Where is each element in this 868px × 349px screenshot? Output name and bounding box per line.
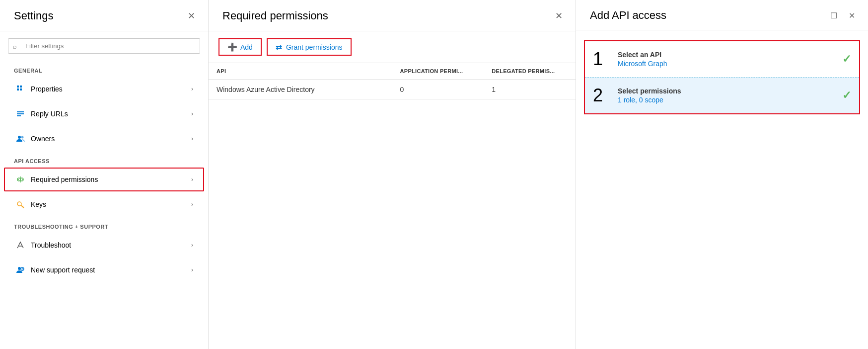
steps-container: 1 Select an API Microsoft Graph ✓ 2 Sele… (584, 40, 860, 114)
col-header-delegated: DELEGATED PERMIS... (484, 63, 576, 80)
search-icon: ⌕ (13, 42, 17, 50)
add-plus-icon: ➕ (227, 42, 237, 52)
settings-panel: Settings ✕ ⌕ GENERAL Properties › Rep (0, 0, 209, 349)
grant-label: Grant permissions (286, 43, 343, 51)
owners-label: Owners (31, 135, 191, 143)
step-1-content: Select an API Microsoft Graph (618, 51, 838, 68)
support-request-chevron: › (191, 266, 193, 273)
troubleshoot-label: Troubleshoot (31, 241, 191, 249)
filter-search-box: ⌕ (8, 38, 200, 54)
required-permissions-panel: Required permissions ✕ ➕ Add ⇄ Grant per… (209, 0, 576, 349)
sidebar-item-support-request[interactable]: New support request › (4, 258, 204, 282)
add-api-title: Add API access (590, 9, 666, 22)
sidebar-item-troubleshoot[interactable]: Troubleshoot › (4, 233, 204, 257)
owners-chevron: › (191, 135, 193, 142)
add-label: Add (240, 43, 253, 51)
maximize-button[interactable]: ☐ (827, 9, 840, 22)
support-request-label: New support request (31, 266, 191, 274)
settings-close-button[interactable]: ✕ (184, 9, 198, 23)
step-2-row[interactable]: 2 Select permissions 1 role, 0 scope ✓ (585, 77, 859, 113)
table-row: Windows Azure Active Directory 0 1 (209, 80, 576, 100)
svg-point-7 (18, 136, 21, 139)
permissions-table: API APPLICATION PERMI... DELEGATED PERMI… (209, 63, 576, 100)
step-1-row[interactable]: 1 Select an API Microsoft Graph ✓ (585, 41, 859, 77)
reply-urls-chevron: › (191, 110, 193, 117)
troubleshooting-section-label: TROUBLESHOOTING + SUPPORT (0, 217, 208, 233)
step-1-title: Select an API (618, 51, 838, 59)
svg-rect-1 (20, 86, 22, 87)
sidebar-item-required-permissions[interactable]: Required permissions › (4, 168, 204, 191)
settings-title: Settings (14, 9, 54, 22)
svg-rect-3 (20, 88, 22, 90)
col-header-application: APPLICATION PERMI... (392, 63, 484, 80)
svg-point-19 (18, 267, 21, 270)
table-cell-application: 0 (392, 80, 484, 100)
properties-label: Properties (31, 85, 191, 93)
reply-urls-label: Reply URLs (31, 110, 191, 118)
api-access-section-label: API ACCESS (0, 151, 208, 167)
support-request-icon (15, 264, 26, 275)
step-1-check-icon: ✓ (842, 53, 851, 66)
add-button[interactable]: ➕ Add (218, 38, 262, 56)
properties-icon (15, 84, 26, 94)
svg-rect-2 (17, 88, 19, 90)
search-input[interactable] (8, 38, 200, 54)
permissions-close-button[interactable]: ✕ (552, 9, 566, 23)
step-2-title: Select permissions (618, 87, 838, 95)
required-permissions-chevron: › (191, 176, 193, 183)
sidebar-item-keys[interactable]: Keys › (4, 192, 204, 216)
step-2-check-icon: ✓ (842, 89, 851, 102)
required-permissions-icon (15, 174, 26, 185)
svg-point-15 (17, 202, 21, 206)
permissions-header: Required permissions ✕ (209, 0, 576, 31)
step-2-number: 2 (593, 87, 618, 104)
step-1-number: 1 (593, 50, 618, 68)
col-header-api: API (209, 63, 392, 80)
troubleshoot-icon (15, 240, 26, 251)
troubleshoot-chevron: › (191, 242, 193, 249)
properties-chevron: › (191, 86, 193, 92)
add-api-header-buttons: ☐ ✕ (827, 9, 858, 22)
step-1-subtitle: Microsoft Graph (618, 60, 838, 68)
permissions-toolbar: ➕ Add ⇄ Grant permissions (209, 31, 576, 63)
add-api-header: Add API access ☐ ✕ (576, 0, 868, 30)
add-api-close-button[interactable]: ✕ (845, 9, 858, 22)
keys-chevron: › (191, 201, 193, 208)
step-2-subtitle: 1 role, 0 scope (618, 96, 838, 104)
settings-header: Settings ✕ (0, 0, 208, 31)
grant-permissions-button[interactable]: ⇄ Grant permissions (267, 38, 352, 56)
sidebar-item-owners[interactable]: Owners › (4, 127, 204, 151)
general-section-label: GENERAL (0, 61, 208, 77)
add-api-access-panel: Add API access ☐ ✕ 1 Select an API Micro… (576, 0, 868, 349)
sidebar-item-reply-urls[interactable]: Reply URLs › (4, 102, 204, 126)
table-cell-delegated: 1 (484, 80, 576, 100)
required-permissions-label: Required permissions (31, 175, 191, 183)
svg-point-22 (22, 270, 22, 270)
reply-urls-icon (15, 108, 26, 119)
permissions-title: Required permissions (222, 9, 328, 22)
step-2-content: Select permissions 1 role, 0 scope (618, 87, 838, 104)
sidebar-item-properties[interactable]: Properties › (4, 77, 204, 101)
keys-label: Keys (31, 200, 191, 208)
keys-icon (15, 199, 26, 210)
owners-icon (15, 133, 26, 144)
table-cell-api: Windows Azure Active Directory (209, 80, 392, 100)
svg-rect-0 (17, 86, 19, 87)
grant-icon: ⇄ (276, 42, 282, 52)
svg-point-8 (21, 136, 24, 139)
